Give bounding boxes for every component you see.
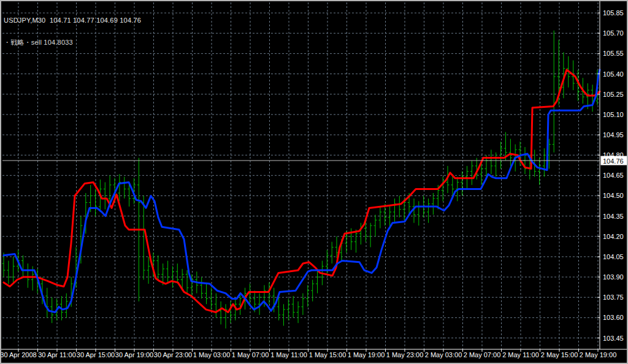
price-axis-label: 104.50 (603, 192, 624, 199)
time-axis-label: 2 May 03:00 (425, 351, 462, 358)
time-axis-label: 1 May 03:00 (193, 351, 231, 358)
time-axis-label: 30 Apr 2008 (1, 351, 37, 358)
time-axis-label: 1 May 15:00 (309, 351, 347, 358)
price-axis-label: 103.60 (603, 314, 624, 321)
symbol-ohlc-title: USDJPY,M30 104.71 104.77 104.69 104.76 (4, 17, 141, 24)
chart-area[interactable]: 105.85105.70105.55105.40105.25105.10104.… (1, 1, 627, 363)
time-axis-label: 1 May 07:00 (232, 351, 269, 358)
time-axis-label: 30 Apr 11:00 (38, 351, 76, 358)
time-axis[interactable]: 30 Apr 200830 Apr 11:0030 Apr 15:0030 Ap… (1, 349, 627, 358)
price-axis[interactable]: 105.85105.70105.55105.40105.25105.10104.… (597, 1, 627, 349)
mt4-chart-window: 105.85105.70105.55105.40105.25105.10104.… (0, 0, 628, 364)
chart-title-overlay: USDJPY,M30 104.71 104.77 104.69 104.76 ・… (4, 2, 141, 61)
blue-indicator-line (4, 70, 600, 313)
time-axis-label: 30 Apr 19:00 (115, 351, 153, 358)
indicator-lines-layer (4, 70, 600, 313)
time-axis-label: 2 May 07:00 (464, 351, 501, 358)
ea-comment-label: ・戦略・sell 104.8033 (4, 39, 141, 46)
time-axis-label: 1 May 19:00 (348, 351, 385, 358)
red-indicator-line (4, 70, 600, 313)
time-axis-label: 1 May 11:00 (270, 351, 307, 358)
price-axis-label: 105.40 (603, 70, 624, 78)
time-axis-label: 2 May 11:00 (502, 351, 539, 358)
price-axis-label: 104.95 (603, 131, 624, 138)
price-axis-label: 105.55 (603, 50, 624, 57)
price-axis-label: 104.05 (603, 253, 624, 260)
price-axis-label: 104.20 (603, 233, 624, 240)
time-axis-label: 2 May 19:00 (580, 351, 617, 358)
price-axis-label: 103.45 (603, 335, 624, 342)
time-axis-label: 30 Apr 15:00 (77, 351, 115, 358)
price-axis-label: 105.10 (603, 111, 624, 118)
price-axis-label: 105.25 (603, 91, 624, 98)
price-axis-label: 105.85 (603, 9, 624, 17)
price-axis-label: 103.75 (603, 294, 624, 301)
price-axis-label: 103.90 (603, 273, 624, 281)
price-axis-label: 104.35 (603, 213, 624, 220)
price-axis-label: 105.70 (603, 29, 624, 37)
price-axis-label: 104.65 (603, 172, 624, 179)
time-axis-label: 2 May 15:00 (541, 351, 578, 358)
time-axis-label: 30 Apr 23:00 (154, 351, 192, 358)
bid-price-box-label: 104.76 (603, 157, 624, 165)
time-axis-label: 1 May 23:00 (386, 351, 424, 358)
